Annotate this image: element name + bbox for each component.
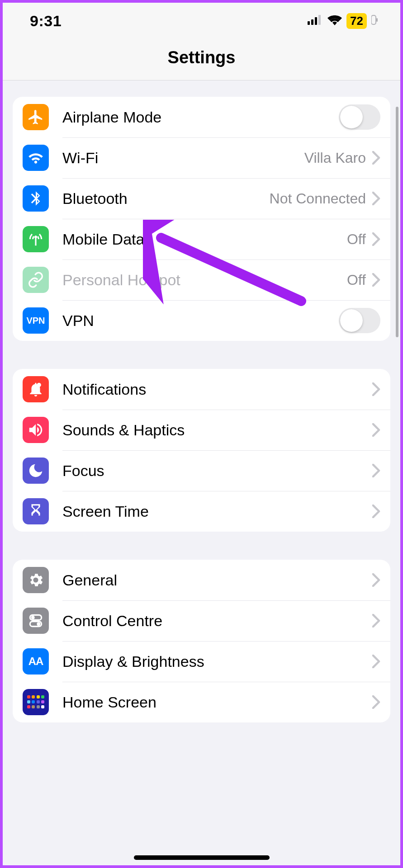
row-value: Not Connected: [270, 190, 366, 207]
row-label: Control Centre: [62, 612, 372, 630]
hourglass-icon: [23, 498, 49, 524]
aa-icon: AA: [23, 648, 49, 675]
row-label: Display & Brightness: [62, 653, 372, 670]
status-time: 9:31: [30, 12, 62, 30]
row-notifications[interactable]: Notifications: [13, 369, 390, 410]
chevron-right-icon: [372, 423, 380, 437]
row-wifi[interactable]: Wi-Fi Villa Karo: [13, 137, 390, 178]
nav-header: Settings: [3, 39, 400, 80]
row-sounds[interactable]: Sounds & Haptics: [13, 410, 390, 450]
chevron-right-icon: [372, 232, 380, 246]
settings-screen: 9:31 72 Settings Airplane Mode: [3, 3, 400, 865]
row-screen-time[interactable]: Screen Time: [13, 491, 390, 532]
scroll-indicator[interactable]: [396, 107, 398, 337]
status-indicators: 72: [308, 13, 378, 29]
row-home-screen[interactable]: Home Screen: [13, 682, 390, 722]
settings-group-connectivity: Airplane Mode Wi-Fi Villa Karo Bluetooth…: [13, 97, 390, 341]
wifi-icon: [23, 145, 49, 171]
wifi-status-icon: [327, 14, 342, 27]
svg-rect-4: [371, 15, 376, 24]
svg-rect-2: [315, 17, 317, 25]
row-label: Airplane Mode: [62, 108, 339, 126]
chevron-right-icon: [372, 151, 380, 165]
status-bar: 9:31 72: [3, 3, 400, 39]
home-indicator[interactable]: [134, 855, 270, 860]
svg-point-6: [37, 383, 41, 387]
row-value: Villa Karo: [304, 150, 366, 166]
settings-list[interactable]: Airplane Mode Wi-Fi Villa Karo Bluetooth…: [3, 80, 400, 865]
chevron-right-icon: [372, 273, 380, 287]
row-label: Personal Hotspot: [62, 271, 347, 289]
row-general[interactable]: General: [13, 560, 390, 600]
chevron-right-icon: [372, 192, 380, 205]
chevron-right-icon: [372, 614, 380, 627]
settings-group-notifications: Notifications Sounds & Haptics Focus: [13, 369, 390, 532]
chevron-right-icon: [372, 505, 380, 518]
svg-rect-3: [318, 15, 321, 25]
page-title: Settings: [3, 48, 400, 67]
row-focus[interactable]: Focus: [13, 450, 390, 491]
grid-icon: [23, 689, 49, 715]
row-label: VPN: [62, 312, 339, 330]
chevron-right-icon: [372, 573, 380, 587]
row-display-brightness[interactable]: AA Display & Brightness: [13, 641, 390, 682]
row-bluetooth[interactable]: Bluetooth Not Connected: [13, 178, 390, 219]
svg-rect-5: [376, 18, 378, 22]
row-label: Notifications: [62, 381, 372, 398]
svg-point-8: [31, 616, 35, 619]
battery-percentage: 72: [346, 13, 367, 29]
vpn-toggle[interactable]: [339, 308, 380, 333]
switches-icon: [23, 608, 49, 634]
airplane-toggle[interactable]: [339, 104, 380, 130]
row-label: General: [62, 571, 372, 589]
row-personal-hotspot[interactable]: Personal Hotspot Off: [13, 259, 390, 300]
row-label: Wi-Fi: [62, 149, 304, 167]
speaker-icon: [23, 417, 49, 443]
cellular-signal-icon: [308, 15, 323, 27]
link-icon: [23, 267, 49, 293]
svg-point-10: [37, 622, 40, 626]
row-label: Home Screen: [62, 693, 372, 711]
row-airplane-mode[interactable]: Airplane Mode: [13, 97, 390, 137]
row-label: Focus: [62, 462, 372, 480]
chevron-right-icon: [372, 655, 380, 668]
svg-rect-1: [311, 19, 313, 25]
battery-icon: [371, 14, 378, 28]
bell-icon: [23, 376, 49, 402]
row-control-centre[interactable]: Control Centre: [13, 600, 390, 641]
chevron-right-icon: [372, 464, 380, 477]
chevron-right-icon: [372, 695, 380, 709]
vpn-icon: VPN: [23, 307, 49, 334]
row-mobile-data[interactable]: Mobile Data Off: [13, 219, 390, 259]
row-label: Screen Time: [62, 503, 372, 520]
airplane-icon: [23, 104, 49, 130]
moon-icon: [23, 458, 49, 484]
bluetooth-icon: [23, 185, 49, 212]
chevron-right-icon: [372, 382, 380, 396]
row-label: Sounds & Haptics: [62, 421, 372, 439]
antenna-icon: [23, 226, 49, 252]
row-label: Mobile Data: [62, 231, 347, 248]
row-value: Off: [347, 231, 366, 248]
settings-group-general: General Control Centre AA Display & Brig…: [13, 560, 390, 722]
row-vpn[interactable]: VPN VPN: [13, 300, 390, 341]
row-value: Off: [347, 272, 366, 288]
svg-rect-0: [308, 21, 310, 25]
row-label: Bluetooth: [62, 190, 270, 208]
gear-icon: [23, 567, 49, 593]
